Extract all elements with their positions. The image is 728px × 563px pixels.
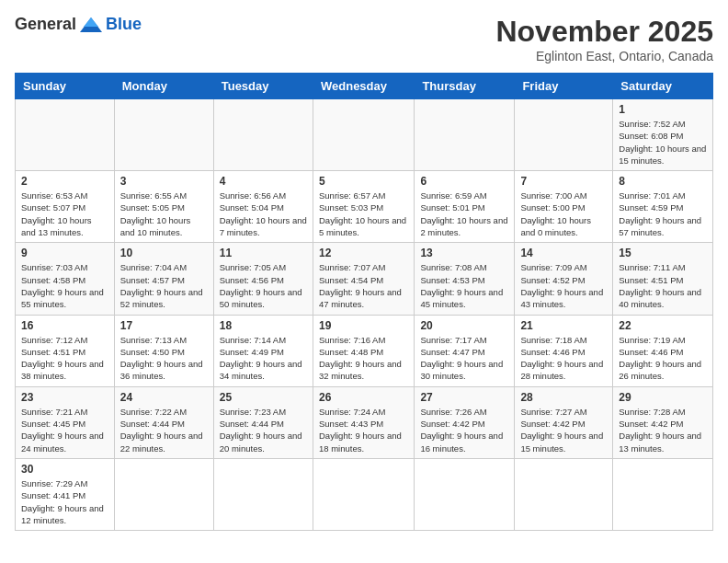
day-number: 13 [420, 247, 508, 259]
day-number: 25 [220, 391, 307, 404]
calendar-cell: 17Sunrise: 7:13 AM Sunset: 4:50 PM Dayli… [114, 315, 213, 386]
day-info: Sunrise: 7:17 AM Sunset: 4:47 PM Dayligh… [420, 334, 508, 383]
day-number: 11 [220, 247, 307, 259]
day-info: Sunrise: 7:22 AM Sunset: 4:44 PM Dayligh… [120, 406, 208, 454]
day-info: Sunrise: 7:29 AM Sunset: 4:41 PM Dayligh… [21, 477, 108, 526]
day-number: 10 [120, 247, 208, 259]
title-area: November 2025 Eglinton East, Ontario, Ca… [495, 15, 713, 63]
calendar-cell: 15Sunrise: 7:11 AM Sunset: 4:51 PM Dayli… [613, 243, 713, 315]
calendar-cell: 6Sunrise: 6:59 AM Sunset: 5:01 PM Daylig… [415, 171, 515, 243]
day-info: Sunrise: 7:04 AM Sunset: 4:57 PM Dayligh… [120, 261, 208, 310]
calendar-week-row: 16Sunrise: 7:12 AM Sunset: 4:51 PM Dayli… [16, 315, 713, 386]
day-info: Sunrise: 7:19 AM Sunset: 4:46 PM Dayligh… [619, 334, 707, 383]
day-number: 21 [520, 319, 607, 332]
day-number: 8 [619, 175, 707, 188]
calendar-cell: 14Sunrise: 7:09 AM Sunset: 4:52 PM Dayli… [515, 243, 613, 315]
day-number: 23 [21, 391, 108, 404]
calendar-cell: 29Sunrise: 7:28 AM Sunset: 4:42 PM Dayli… [613, 386, 713, 458]
day-number: 27 [420, 391, 508, 404]
day-info: Sunrise: 7:16 AM Sunset: 4:48 PM Dayligh… [319, 334, 408, 383]
logo-icon [78, 16, 104, 34]
calendar-cell: 21Sunrise: 7:18 AM Sunset: 4:46 PM Dayli… [515, 315, 613, 386]
calendar-week-row: 30Sunrise: 7:29 AM Sunset: 4:41 PM Dayli… [16, 458, 713, 530]
calendar-cell: 11Sunrise: 7:05 AM Sunset: 4:56 PM Dayli… [213, 243, 313, 315]
day-info: Sunrise: 7:03 AM Sunset: 4:58 PM Dayligh… [21, 261, 108, 310]
calendar-cell [114, 458, 213, 530]
calendar-cell [515, 458, 613, 530]
col-header-wednesday: Wednesday [313, 74, 414, 99]
day-number: 22 [619, 319, 707, 332]
calendar-cell [213, 458, 313, 530]
day-info: Sunrise: 7:18 AM Sunset: 4:46 PM Dayligh… [520, 334, 607, 383]
day-number: 12 [319, 247, 408, 259]
day-number: 1 [619, 103, 707, 116]
day-number: 17 [120, 319, 208, 332]
calendar-cell [114, 99, 213, 171]
day-info: Sunrise: 7:52 AM Sunset: 6:08 PM Dayligh… [619, 118, 707, 167]
calendar-cell: 10Sunrise: 7:04 AM Sunset: 4:57 PM Dayli… [114, 243, 213, 315]
day-number: 28 [520, 391, 607, 404]
calendar-cell: 9Sunrise: 7:03 AM Sunset: 4:58 PM Daylig… [16, 243, 115, 315]
day-info: Sunrise: 7:27 AM Sunset: 4:42 PM Dayligh… [520, 406, 607, 454]
day-info: Sunrise: 7:11 AM Sunset: 4:51 PM Dayligh… [619, 261, 707, 310]
calendar-cell: 24Sunrise: 7:22 AM Sunset: 4:44 PM Dayli… [114, 386, 213, 458]
day-number: 16 [21, 319, 108, 332]
calendar-week-row: 23Sunrise: 7:21 AM Sunset: 4:45 PM Dayli… [16, 386, 713, 458]
calendar-cell: 3Sunrise: 6:55 AM Sunset: 5:05 PM Daylig… [114, 171, 213, 243]
calendar-cell: 25Sunrise: 7:23 AM Sunset: 4:44 PM Dayli… [213, 386, 313, 458]
page-header: General Blue November 2025 Eglinton East… [15, 15, 713, 63]
day-number: 4 [220, 175, 307, 188]
day-info: Sunrise: 7:07 AM Sunset: 4:54 PM Dayligh… [319, 261, 408, 310]
day-number: 5 [319, 175, 408, 188]
day-info: Sunrise: 7:05 AM Sunset: 4:56 PM Dayligh… [220, 261, 307, 310]
calendar-cell: 5Sunrise: 6:57 AM Sunset: 5:03 PM Daylig… [313, 171, 414, 243]
day-number: 19 [319, 319, 408, 332]
calendar-cell [16, 99, 115, 171]
calendar-cell [515, 99, 613, 171]
calendar-cell: 2Sunrise: 6:53 AM Sunset: 5:07 PM Daylig… [16, 171, 115, 243]
day-info: Sunrise: 6:57 AM Sunset: 5:03 PM Dayligh… [319, 190, 408, 238]
day-info: Sunrise: 7:01 AM Sunset: 4:59 PM Dayligh… [619, 190, 707, 238]
calendar-cell: 1Sunrise: 7:52 AM Sunset: 6:08 PM Daylig… [613, 99, 713, 171]
day-info: Sunrise: 7:00 AM Sunset: 5:00 PM Dayligh… [520, 190, 607, 238]
calendar-cell: 19Sunrise: 7:16 AM Sunset: 4:48 PM Dayli… [313, 315, 414, 386]
calendar-cell: 18Sunrise: 7:14 AM Sunset: 4:49 PM Dayli… [213, 315, 313, 386]
calendar-cell: 8Sunrise: 7:01 AM Sunset: 4:59 PM Daylig… [613, 171, 713, 243]
day-info: Sunrise: 6:56 AM Sunset: 5:04 PM Dayligh… [220, 190, 307, 238]
calendar-header-row: SundayMondayTuesdayWednesdayThursdayFrid… [16, 74, 713, 99]
calendar-cell: 27Sunrise: 7:26 AM Sunset: 4:42 PM Dayli… [415, 386, 515, 458]
day-number: 24 [120, 391, 208, 404]
calendar-cell: 23Sunrise: 7:21 AM Sunset: 4:45 PM Dayli… [16, 386, 115, 458]
day-number: 2 [21, 175, 108, 188]
day-info: Sunrise: 7:13 AM Sunset: 4:50 PM Dayligh… [120, 334, 208, 383]
calendar-week-row: 9Sunrise: 7:03 AM Sunset: 4:58 PM Daylig… [16, 243, 713, 315]
calendar-week-row: 1Sunrise: 7:52 AM Sunset: 6:08 PM Daylig… [16, 99, 713, 171]
day-info: Sunrise: 6:55 AM Sunset: 5:05 PM Dayligh… [120, 190, 208, 238]
day-number: 9 [21, 247, 108, 259]
calendar-cell: 26Sunrise: 7:24 AM Sunset: 4:43 PM Dayli… [313, 386, 414, 458]
logo-area: General Blue [15, 15, 142, 34]
calendar-cell: 30Sunrise: 7:29 AM Sunset: 4:41 PM Dayli… [16, 458, 115, 530]
logo-blue-text: Blue [106, 15, 142, 34]
day-number: 7 [520, 175, 607, 188]
day-info: Sunrise: 7:14 AM Sunset: 4:49 PM Dayligh… [220, 334, 307, 383]
col-header-saturday: Saturday [613, 74, 713, 99]
day-info: Sunrise: 7:26 AM Sunset: 4:42 PM Dayligh… [420, 406, 508, 454]
col-header-tuesday: Tuesday [213, 74, 313, 99]
day-number: 26 [319, 391, 408, 404]
day-info: Sunrise: 7:09 AM Sunset: 4:52 PM Dayligh… [520, 261, 607, 310]
day-info: Sunrise: 7:28 AM Sunset: 4:42 PM Dayligh… [619, 406, 707, 454]
day-number: 20 [420, 319, 508, 332]
calendar-week-row: 2Sunrise: 6:53 AM Sunset: 5:07 PM Daylig… [16, 171, 713, 243]
col-header-thursday: Thursday [415, 74, 515, 99]
calendar-cell [213, 99, 313, 171]
day-number: 15 [619, 247, 707, 259]
svg-marker-1 [84, 17, 98, 27]
calendar-cell: 20Sunrise: 7:17 AM Sunset: 4:47 PM Dayli… [415, 315, 515, 386]
calendar-cell: 13Sunrise: 7:08 AM Sunset: 4:53 PM Dayli… [415, 243, 515, 315]
day-number: 18 [220, 319, 307, 332]
day-info: Sunrise: 7:23 AM Sunset: 4:44 PM Dayligh… [220, 406, 307, 454]
day-number: 29 [619, 391, 707, 404]
day-info: Sunrise: 7:12 AM Sunset: 4:51 PM Dayligh… [21, 334, 108, 383]
calendar-cell: 7Sunrise: 7:00 AM Sunset: 5:00 PM Daylig… [515, 171, 613, 243]
